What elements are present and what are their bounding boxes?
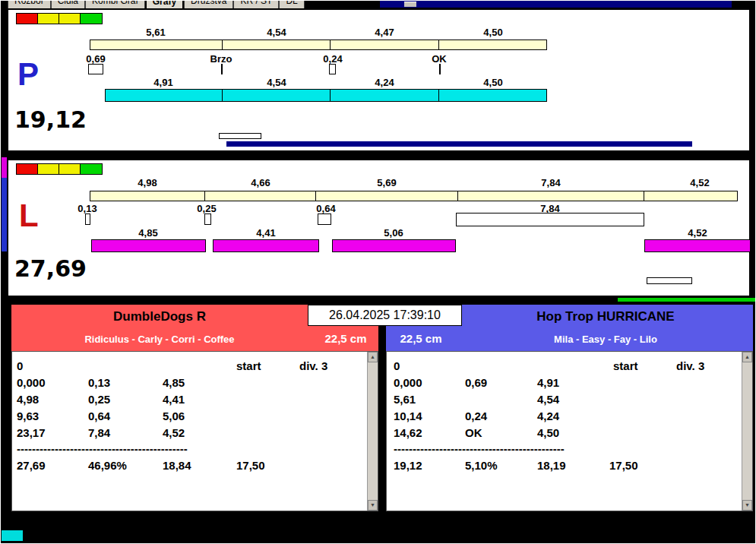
lap-bar-segment bbox=[644, 239, 751, 252]
start-lights-l bbox=[16, 163, 103, 175]
table-cell: 9,63 bbox=[17, 410, 39, 422]
table-cell: 0,64 bbox=[88, 410, 110, 422]
light-yellow-1 bbox=[38, 164, 59, 174]
lap-bar-segment bbox=[332, 239, 456, 252]
table-cell: 4,41 bbox=[163, 393, 185, 406]
table-cell: 0,000 bbox=[394, 376, 422, 389]
table-cell: 4,52 bbox=[163, 426, 185, 439]
lane-letter-l: L bbox=[19, 200, 39, 232]
long-interval-box bbox=[456, 213, 644, 226]
lane-total-p: 19,12 bbox=[14, 109, 87, 131]
start-interval-box bbox=[88, 64, 103, 74]
event-label: 0,69 bbox=[73, 53, 119, 65]
table-cell: start bbox=[613, 359, 638, 372]
tab-row: Rozbor Cidla Kombi Graf Grafy Družstva K… bbox=[8, 1, 305, 8]
scroll-up-button[interactable]: ▲ bbox=[742, 352, 752, 362]
event-label: OK bbox=[416, 53, 462, 65]
table-cell: 0,000 bbox=[17, 376, 46, 389]
light-green bbox=[81, 164, 102, 174]
table-cell: 4,85 bbox=[163, 376, 185, 389]
table-cell: 5,61 bbox=[394, 393, 416, 406]
progress-navy-bar bbox=[226, 141, 692, 147]
marker-box bbox=[647, 277, 692, 284]
table-cell: 0,24 bbox=[465, 410, 487, 422]
change-interval-box bbox=[329, 64, 336, 74]
lap-time-label: 4,91 bbox=[141, 77, 186, 88]
progress-green-bar bbox=[618, 298, 756, 302]
lap-bar-segment bbox=[438, 89, 547, 102]
table-total-cell: 18,19 bbox=[537, 459, 566, 472]
table-cell: 7,84 bbox=[88, 426, 110, 439]
scroll-up-button[interactable]: ▲ bbox=[368, 352, 378, 362]
split-time-label: 5,61 bbox=[133, 27, 179, 38]
lap-bar-segment bbox=[330, 89, 439, 102]
light-red bbox=[17, 14, 38, 24]
tab-grafy[interactable]: Grafy bbox=[145, 1, 184, 8]
table-cell: start bbox=[236, 359, 261, 372]
scrollbar[interactable]: ▲ ▼ bbox=[742, 352, 752, 511]
split-bar-segment bbox=[438, 40, 547, 50]
lap-time-label: 4,52 bbox=[675, 227, 720, 239]
table-cell: 0,69 bbox=[465, 376, 487, 389]
team-right-name: Hop Trop HURRICANE bbox=[458, 309, 753, 324]
table-cell: 14,62 bbox=[394, 426, 422, 439]
lane-l-panel: 4,98 4,66 5,69 7,84 4,52 0,13 0,25 0,64 … bbox=[7, 159, 751, 297]
light-yellow-1 bbox=[38, 14, 59, 24]
split-bar-segment bbox=[90, 191, 205, 201]
tab-kr-st[interactable]: KR / ST bbox=[233, 1, 279, 8]
event-label: 0,24 bbox=[310, 53, 356, 65]
tab-druzstva[interactable]: Družstva bbox=[184, 1, 233, 8]
split-bar-segment bbox=[315, 191, 458, 201]
lane-letter-p: P bbox=[17, 59, 39, 90]
tab-dl[interactable]: DL bbox=[279, 1, 304, 8]
split-bar-segment bbox=[204, 191, 316, 201]
lane-p-panel: 5,61 4,54 4,47 4,50 0,69 Brzo 0,24 OK 4,… bbox=[7, 8, 751, 152]
change-interval-box bbox=[318, 213, 331, 225]
split-time-label: 5,69 bbox=[364, 177, 410, 188]
team-left-results: 0 start div. 3 0,000 0,13 4,85 4,98 0,25… bbox=[11, 351, 378, 511]
team-left-jump-height: 22,5 cm bbox=[314, 332, 378, 345]
table-cell: 4,91 bbox=[537, 376, 559, 389]
tab-bar: Rozbor Cidla Kombi Graf Grafy Družstva K… bbox=[8, 1, 379, 8]
table-cell: 0,13 bbox=[88, 376, 110, 389]
event-label: Brzo bbox=[198, 53, 244, 65]
tab-kombi-graf[interactable]: Kombi Graf bbox=[85, 1, 145, 8]
table-cell: div. 3 bbox=[676, 359, 704, 372]
tab-rozbor[interactable]: Rozbor bbox=[8, 1, 51, 8]
scrollbar[interactable]: ▲ ▼ bbox=[367, 352, 378, 511]
table-cell: OK bbox=[465, 426, 482, 439]
table-total-cell: 17,50 bbox=[236, 459, 265, 472]
light-green bbox=[81, 14, 102, 24]
event-tick bbox=[439, 64, 441, 74]
scroll-down-button[interactable]: ▼ bbox=[742, 500, 752, 511]
lap-bar-segment bbox=[91, 239, 206, 252]
lap-time-label: 4,54 bbox=[254, 77, 299, 88]
table-cell: 23,17 bbox=[17, 426, 46, 439]
split-bar-segment bbox=[457, 191, 644, 201]
tab-cidla[interactable]: Cidla bbox=[51, 1, 85, 8]
light-yellow-2 bbox=[59, 164, 81, 174]
team-left-dogs: Ridiculus - Carly - Corri - Coffee bbox=[11, 334, 308, 345]
lap-time-label: 4,24 bbox=[362, 77, 407, 88]
table-total-cell: 5,10% bbox=[465, 459, 498, 472]
table-separator: ----------------------------------------… bbox=[394, 442, 612, 455]
app-window: Rozbor Cidla Kombi Graf Grafy Družstva K… bbox=[0, 0, 756, 544]
table-total-cell: 18,84 bbox=[163, 459, 191, 472]
titlebar-button[interactable] bbox=[404, 2, 416, 7]
split-time-label: 4,50 bbox=[470, 27, 516, 38]
titlebar-fragment bbox=[380, 1, 732, 8]
bottom-cyan-box bbox=[2, 530, 23, 541]
lap-time-label: 4,50 bbox=[470, 77, 516, 88]
split-time-label: 4,47 bbox=[362, 27, 407, 38]
lap-time-label: 4,85 bbox=[125, 227, 171, 239]
datetime-display: 26.04.2025 17:39:10 bbox=[308, 305, 462, 326]
scroll-down-button[interactable]: ▼ bbox=[368, 500, 378, 511]
light-red bbox=[17, 164, 38, 174]
lap-bar-segment bbox=[222, 89, 331, 102]
edge-blue-strip bbox=[2, 178, 7, 251]
event-tick bbox=[221, 64, 223, 74]
event-label: 0,25 bbox=[184, 203, 229, 214]
split-bar-segment bbox=[644, 191, 738, 201]
split-time-label: 4,98 bbox=[125, 177, 170, 188]
table-cell: 4,24 bbox=[537, 410, 559, 422]
